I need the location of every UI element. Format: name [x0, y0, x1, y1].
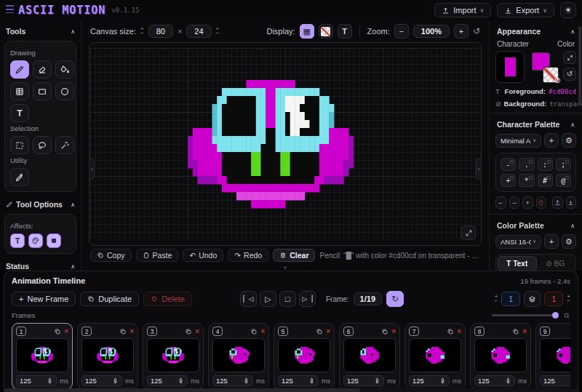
zoom-reset-icon[interactable]: ↺: [473, 27, 480, 36]
new-frame-button[interactable]: + New Frame: [12, 292, 76, 306]
onion-next-stepper[interactable]: +−: [567, 295, 570, 303]
char-button[interactable]: *: [519, 174, 534, 187]
appearance-section-header[interactable]: Appearance ∧: [495, 24, 576, 39]
slider-knob[interactable]: [552, 312, 559, 319]
frame-card[interactable]: 6×125ms: [339, 323, 400, 390]
marquee-tool-button[interactable]: [10, 136, 29, 154]
delete-frame-icon[interactable]: ×: [326, 327, 330, 335]
frame-duration-input[interactable]: 125: [474, 375, 515, 386]
frame-card[interactable]: 3×125ms: [143, 323, 204, 390]
tool-options-section-header[interactable]: Tool Options ∧: [4, 197, 76, 212]
canvas-width-input[interactable]: 80: [148, 25, 173, 38]
color-palette-settings-button[interactable]: ⚙: [562, 234, 576, 249]
character-palette-select[interactable]: Minimal ASC ∨: [495, 134, 541, 148]
clear-button[interactable]: Clear: [273, 249, 315, 262]
frame-card[interactable]: 5×125ms: [274, 323, 335, 390]
char-button[interactable]: ;: [556, 158, 571, 171]
char-button[interactable]: .: [519, 158, 534, 171]
delete-frame-icon[interactable]: ×: [522, 327, 527, 335]
zoom-in-button[interactable]: +: [454, 24, 469, 39]
add-character-button[interactable]: +: [522, 196, 533, 209]
text-display-toggle[interactable]: T: [338, 24, 352, 39]
fill-bucket-tool-button[interactable]: [55, 60, 74, 79]
palette-affect-button[interactable]: [28, 233, 43, 248]
char-button[interactable]: +: [501, 174, 516, 187]
reset-colors-button[interactable]: ↺: [563, 68, 576, 81]
duplicate-frame-icon[interactable]: [54, 328, 61, 335]
lasso-tool-button[interactable]: [33, 136, 52, 154]
duplicate-frame-icon[interactable]: [381, 328, 388, 335]
char-button[interactable]: #: [538, 174, 553, 187]
bg-affect-button[interactable]: [47, 233, 61, 248]
delete-character-button[interactable]: [536, 196, 547, 209]
play-button[interactable]: ▷: [260, 291, 276, 307]
ellipse-tool-button[interactable]: [55, 82, 74, 100]
tab-bg-color[interactable]: ⊘ BG: [537, 256, 575, 271]
delete-frame-icon[interactable]: ×: [195, 327, 199, 335]
frame-duration-input[interactable]: 125: [343, 375, 384, 386]
canvas-height-input[interactable]: 24: [186, 25, 211, 38]
frame-card[interactable]: 1×125ms: [12, 323, 73, 390]
color-palette-select[interactable]: ANSI 16-Col ∨: [495, 235, 541, 249]
frame-duration-input[interactable]: 125: [147, 375, 188, 386]
cell-grid-tool-button[interactable]: [10, 82, 29, 100]
width-stepper[interactable]: +−: [140, 27, 144, 36]
delete-frame-button[interactable]: Delete: [143, 292, 192, 306]
frame-duration-input[interactable]: 125: [540, 375, 570, 386]
transparency-display-toggle[interactable]: [319, 24, 333, 39]
grid-display-toggle[interactable]: ▦: [300, 24, 314, 39]
onion-prev-stepper[interactable]: +−: [495, 295, 498, 303]
fullscreen-canvas-button[interactable]: [461, 225, 476, 240]
char-button[interactable]: @: [556, 174, 571, 187]
eyedropper-tool-button[interactable]: [10, 168, 29, 186]
add-color-palette-button[interactable]: +: [544, 234, 559, 249]
onion-next-frames-value[interactable]: 1: [544, 292, 563, 306]
delete-frame-icon[interactable]: ×: [391, 327, 396, 335]
frame-duration-input[interactable]: 125: [16, 375, 57, 386]
frame-duration-input[interactable]: 125: [81, 375, 122, 386]
frame-card[interactable]: 4×125ms: [208, 323, 269, 390]
duplicate-frame-icon[interactable]: [119, 328, 127, 335]
drawing-canvas[interactable]: [90, 48, 480, 240]
stop-button[interactable]: □: [279, 291, 296, 307]
export-button[interactable]: Export ∨: [497, 3, 554, 17]
frame-card[interactable]: 7×125ms: [404, 323, 466, 390]
paste-button[interactable]: Paste: [136, 249, 179, 262]
skip-to-start-button[interactable]: ▏◁: [240, 291, 257, 307]
redo-button[interactable]: ↷ Redo: [228, 249, 268, 262]
tools-section-header[interactable]: Tools ∧: [4, 24, 76, 39]
loop-toggle-button[interactable]: ↻: [386, 291, 404, 307]
move-char-right-button[interactable]: →: [509, 196, 520, 209]
duplicate-frame-button[interactable]: Duplicate: [80, 292, 139, 306]
download-palette-button[interactable]: [566, 196, 577, 209]
swap-colors-button[interactable]: [563, 51, 576, 64]
copy-button[interactable]: Copy: [90, 249, 132, 262]
delete-frame-icon[interactable]: ×: [129, 327, 134, 335]
undo-button[interactable]: ↶ Undo: [183, 249, 223, 262]
collapse-left-panel-handle[interactable]: ‹: [89, 158, 95, 180]
collapse-right-panel-handle[interactable]: ›: [476, 158, 482, 180]
skip-to-end-button[interactable]: ▷▕: [299, 291, 316, 307]
onion-skin-toggle-button[interactable]: [524, 291, 541, 307]
character-palette-settings-button[interactable]: ⚙: [562, 133, 576, 148]
upload-palette-button[interactable]: [552, 196, 563, 209]
frame-card[interactable]: 2×125ms: [77, 323, 138, 390]
magic-wand-tool-button[interactable]: [55, 136, 74, 154]
duplicate-frame-icon[interactable]: [447, 328, 454, 335]
onion-prev-frames-value[interactable]: 1: [501, 292, 520, 306]
move-char-left-button[interactable]: ←: [495, 196, 506, 209]
slider-track[interactable]: [492, 314, 559, 316]
frame-duration-input[interactable]: 125: [409, 375, 450, 386]
delete-frame-icon[interactable]: ×: [64, 327, 68, 335]
theme-toggle-button[interactable]: ☀: [560, 2, 576, 18]
color-palette-section-header[interactable]: Color Palette ∧: [495, 218, 576, 233]
sidebar-scrollbar[interactable]: [578, 26, 581, 106]
zoom-out-button[interactable]: −: [394, 24, 409, 39]
duplicate-frame-icon[interactable]: [512, 328, 519, 335]
text-affect-button[interactable]: T: [10, 233, 25, 248]
frame-card[interactable]: 9×125ms: [535, 323, 570, 390]
active-character-preview[interactable]: [495, 51, 525, 83]
foreground-value[interactable]: #cd00cd: [549, 88, 576, 95]
frames-scrollbar[interactable]: [4, 388, 578, 392]
char-button[interactable]: :: [538, 158, 553, 171]
